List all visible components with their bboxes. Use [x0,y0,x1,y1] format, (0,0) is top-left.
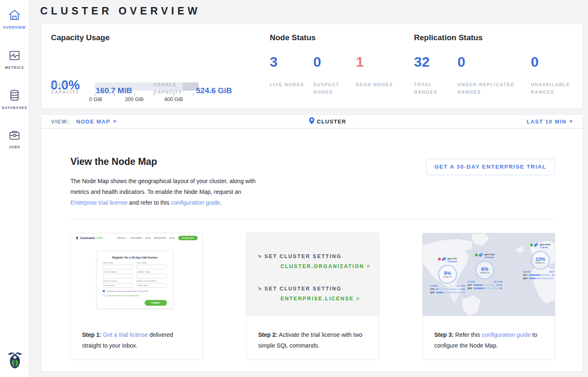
live-nodes-count: 3 [270,54,278,70]
configuration-guide-link[interactable]: configuration guide [171,199,220,206]
capacity-total: 63.7 GiB [494,280,502,283]
text-input [137,265,167,269]
sidebar-item-jobs[interactable]: JOBS [0,124,29,154]
locality-name: geo=sfo [448,257,457,260]
qps-label: QPS [430,291,435,294]
gauge-tick [134,93,135,96]
sql-command-line: > SET CLUSTER SETTING [258,284,379,294]
view-label: VIEW: [51,118,70,125]
locality-name: geo=nyc [484,253,495,256]
replication-status-title: Replication Status [414,33,483,42]
database-icon [9,95,20,102]
sidebar-item-metrics[interactable]: METRICS [0,44,29,75]
cpu-label: CPU [430,288,435,290]
capacity-percent: 6% [481,267,488,272]
cpu-value: 53.3% [552,274,555,276]
mini-site-nav: PRODUCT CUSTOMERS DOCS RESOURCES BLOG DO… [117,236,198,240]
step1-screenshot: Cockroach LABS PRODUCT CUSTOMERS DOCS RE… [70,233,203,316]
unavailable-ranges-count: 0 [531,54,539,70]
view-selected-value: NODE MAP [76,118,110,125]
suspect-nodes-count: 0 [313,54,321,70]
locality-name: geo=ams [540,243,550,246]
usable-capacity-label: USABLE CAPACITY [154,81,191,96]
field-label: REASON FOR INTEREST [137,280,167,282]
cpu-value: 11.0% [459,288,465,290]
step2-caption: Step 2: Activate the trial license with … [247,316,379,351]
enterprise-trial-license-link[interactable]: Enterprise trial license [70,199,128,206]
step3-node-map-preview: geo=sfo 2 Nodes 9% CAPACITY 3.2 GiB 35.1… [423,233,555,316]
used-capacity-label: USED CAPACITY [51,81,88,96]
capacity-caption: CAPACITY [535,262,545,264]
capacity-ring: 9% CAPACITY [438,265,457,284]
time-range-selector[interactable]: LAST 10 MIN [527,118,573,125]
capacity-caption: CAPACITY [443,276,452,278]
nav-item: BLOG [169,237,175,239]
home-icon [8,15,21,22]
dead-node-dot-icon [438,258,441,261]
field-label: LAST NAME [137,262,167,264]
qps-label: QPS [523,277,528,280]
capacity-caption: CAPACITY [480,272,490,274]
cluster-overview-page: OVERVIEW METRICS DATABASES [0,0,588,377]
total-ranges-count: 32 [414,54,430,70]
live-node-dot-icon [475,254,478,256]
section-divider [70,219,555,220]
step3-caption: Step 3: Refer this configuration guide t… [423,316,555,351]
node-cube-icon [442,257,446,261]
cpu-value: 42.5% [496,284,502,286]
field-label: COMPANY NAME [103,271,133,273]
node-cube-icon [534,243,538,247]
nav-item: CUSTOMERS [130,237,142,239]
live-nodes-label: LIVE NODES [270,81,307,88]
sidebar: OVERVIEW METRICS DATABASES [0,0,29,377]
locality-badge-ams: geo=ams 1 Node 10% CAPACITY 3.6 GiB 36.6… [521,243,555,280]
under-replicated-count: 0 [457,54,465,70]
cpu-bar [473,284,495,286]
page-title: CLUSTER OVERVIEW [40,5,201,17]
view-selector[interactable]: NODE MAP [76,118,116,125]
qps-bar [529,278,554,279]
briefcase-icon [9,135,20,142]
email-updates-checkbox-row: I would like to receive email updates ab… [103,290,167,292]
locality-badge-sfo: geo=sfo 2 Nodes 9% CAPACITY 3.2 GiB 35.1… [428,257,467,294]
field-label: COMPANY EMAIL [137,271,167,273]
sidebar-item-databases[interactable]: DATABASES [0,84,29,115]
unavailable-ranges-label: UNAVAILABLE RANGES [531,81,576,96]
capacity-ring: 10% CAPACITY [531,251,550,270]
get-trial-license-link[interactable]: Get a trial license [103,331,148,338]
cluster-breadcrumb: CLUSTER [309,117,346,126]
step2-code-block: > SET CLUSTER SETTING CLUSTER.ORGANIZATI… [247,233,379,316]
select-input: Please Select [103,283,133,288]
capacity-ring: 6% CAPACITY [475,261,494,280]
sidebar-item-label: JOBS [0,145,29,149]
node-map-heading: View the Node Map [70,156,157,167]
sidebar-item-overview[interactable]: OVERVIEW [0,3,29,34]
step1-card: Cockroach LABS PRODUCT CUSTOMERS DOCS RE… [70,233,203,360]
license-agreement-checkbox-row: I agree to the Software License Agreemen… [103,295,167,297]
text-input [103,265,133,269]
cockroach-labs-logo: Cockroach LABS [75,236,103,240]
locality-node-count: 2 Nodes [448,260,457,263]
cockroachdb-logo[interactable] [0,350,29,371]
dead-nodes-label: DEAD NODES [356,81,393,88]
checkbox-unchecked-icon [103,295,105,297]
capacity-total: 36.6 GiB [549,271,555,273]
text-input [103,274,133,278]
field-label: PROJECT PHASE [103,280,133,282]
nav-item: PRODUCT [117,237,127,239]
cluster-summary-panel: Capacity Usage 0.0% 0 GiB 200 GiB 400 Gi… [41,24,583,109]
node-map-description: The Node Map shows the geographical layo… [70,176,265,208]
description-text: The Node Map shows the geographical layo… [70,178,256,195]
checkbox-label: I would like to receive email updates ab… [106,290,148,292]
gauge-tick [193,93,194,96]
trial-registration-form: Register for a 30-day trial license FIRS… [97,251,173,309]
time-range-value: LAST 10 MIN [527,118,566,125]
dead-nodes-count: 1 [356,54,364,70]
enterprise-trial-button[interactable]: GET A 30-DAY ENTERPRISE TRIAL [426,159,555,175]
qps-bar [436,292,461,293]
software-license-link: Software License Agreement. [116,295,140,297]
mini-site-header: Cockroach LABS PRODUCT CUSTOMERS DOCS RE… [70,233,203,242]
configuration-guide-link[interactable]: configuration guide [482,331,530,338]
sql-command-line: ENTERPRISE.LICENSE = [258,294,379,304]
locality-node-count: 2 Nodes [484,256,495,259]
